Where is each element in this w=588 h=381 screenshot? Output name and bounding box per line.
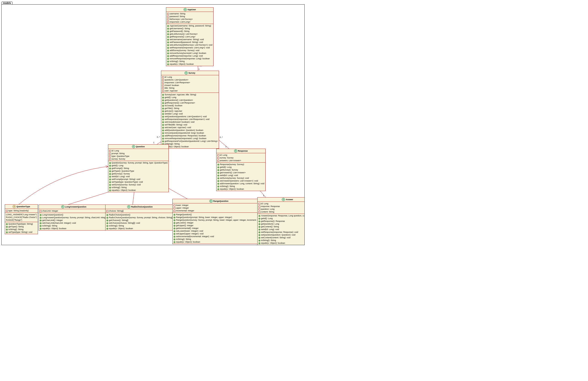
member-text: setUser(user: AppUser): void xyxy=(165,126,191,129)
methods-section: RadioChoiceQuestion()RadioChoiceQuestion… xyxy=(105,213,174,230)
method-bullet-icon xyxy=(167,36,169,38)
method-bullet-icon xyxy=(167,33,169,35)
member-row: listSurveys: List<Survey> xyxy=(167,18,212,20)
member-text: content: String xyxy=(261,211,274,213)
member-row: setResponses(responses: List<Long>): voi… xyxy=(167,46,212,49)
member-text: removeSurvey(surveyId: Long): boolean xyxy=(170,52,206,54)
member-row: toString(): String xyxy=(162,142,218,145)
method-bullet-icon xyxy=(173,222,175,224)
method-bullet-icon xyxy=(167,25,169,27)
class-QuestionType[interactable]: EQuestionType type: String {readonly} LO… xyxy=(5,204,38,234)
member-text: incremental: Integer xyxy=(176,210,194,212)
member-text: setListSurveys(listSurveys: List<Survey>… xyxy=(170,44,212,46)
class-Survey[interactable]: CSurvey id: Longquestions: List<Question… xyxy=(161,71,219,149)
method-bullet-icon xyxy=(258,234,260,236)
member-text: setSurvey(survey: Survey): void xyxy=(220,177,249,179)
member-row: setClosed(closed: boolean): void xyxy=(162,121,218,123)
method-bullet-icon xyxy=(40,220,42,221)
method-bullet-icon xyxy=(162,127,164,129)
member-row: equals(o: Object): boolean xyxy=(258,242,305,245)
class-header: CRangeQuestion xyxy=(173,199,265,203)
member-text: equals(o: Object): boolean xyxy=(176,241,200,243)
member-row: getType(): QuestionType xyxy=(109,170,168,172)
class-LongAnswerQuestion[interactable]: CLongAnswerQuestion charLimit: Integer L… xyxy=(39,205,109,230)
member-text: RangeQuestion(prompt: String, lower: Int… xyxy=(176,216,232,218)
member-row: AppUser(username: String, password: Stri… xyxy=(167,24,212,27)
class-name: RangeQuestion xyxy=(213,200,229,202)
class-Response[interactable]: CResponse id: Longsurvey: Surveyanswers:… xyxy=(216,149,266,191)
member-row: LongAnswerQuestion() xyxy=(40,213,108,216)
method-bullet-icon xyxy=(162,97,164,98)
field-bullet-icon xyxy=(258,211,260,213)
methods-section: Survey(user: AppUser, title: String)getI… xyxy=(161,93,219,149)
member-text: setCharLimit(charLimit: Integer): void xyxy=(42,222,76,224)
method-bullet-icon xyxy=(167,41,169,43)
class-name: RadioChoiceQuestion xyxy=(131,206,152,208)
member-text: LONG_ANSWER("Long Answer") xyxy=(6,213,37,216)
member-text: Response(survey: Survey) xyxy=(220,163,244,166)
member-text: upper: Integer xyxy=(176,207,189,209)
member-text: RANGE("Range") xyxy=(6,219,22,221)
member-row: getTitle(): String xyxy=(162,107,218,110)
member-row: question: Long xyxy=(258,208,305,210)
member-text: setUsername(username: String): void xyxy=(170,38,204,40)
member-row: getId(): Long xyxy=(217,166,264,169)
method-bullet-icon xyxy=(40,225,42,227)
member-text: toString(): String xyxy=(176,238,191,240)
class-Answer[interactable]: CAnswer id: Longresponse: Responsequesti… xyxy=(257,197,305,245)
member-text: setChoices(choices: String[]): void xyxy=(109,222,140,224)
methods-section: Answer(response: Response, Long question… xyxy=(258,214,305,245)
member-row: id: Long xyxy=(258,202,305,205)
multiplicity: 1 xyxy=(198,68,200,70)
member-text: setType(type: QuestionType): void xyxy=(112,181,143,183)
class-name: QuestionType xyxy=(17,206,30,208)
method-bullet-icon xyxy=(162,121,164,123)
methods-section: LongAnswerQuestion()LongAnswerQuestion(s… xyxy=(39,213,109,230)
member-text: type: String {readonly} xyxy=(8,210,29,212)
member-row: getListSurveys(): List<Survey> xyxy=(167,33,212,35)
member-row: equals(o: Object): boolean xyxy=(106,227,173,230)
member-text: equals(o: Object): boolean xyxy=(112,189,136,191)
field-bullet-icon xyxy=(106,210,108,212)
member-text: RangeQuestion() xyxy=(176,213,192,216)
method-bullet-icon xyxy=(109,187,111,189)
member-row: LONG_ANSWER("Long Answer") xyxy=(6,213,37,216)
method-bullet-icon xyxy=(109,168,111,170)
member-text: setResponses(responses: List<Response>):… xyxy=(165,118,210,120)
class-AppUser[interactable]: CAppUser username: Stringpassword: Strin… xyxy=(166,7,213,66)
method-bullet-icon xyxy=(173,219,175,221)
method-bullet-icon xyxy=(167,28,169,30)
member-text: survey: Survey xyxy=(220,157,234,159)
method-bullet-icon xyxy=(106,225,108,227)
member-row: removeQuestion(questionId: long): boolea… xyxy=(162,132,218,134)
multiplicity: 0..* xyxy=(157,136,160,138)
field-bullet-icon xyxy=(6,210,8,212)
member-text: setPrompt(prompt: String): void xyxy=(112,178,140,180)
method-bullet-icon xyxy=(6,223,8,225)
member-row: getResponse(): Response xyxy=(258,220,305,223)
class-RangeQuestion[interactable]: CRangeQuestion lower: Integerupper: Inte… xyxy=(172,199,265,244)
method-bullet-icon xyxy=(258,226,260,228)
member-text: getUser(): AppUser xyxy=(165,110,182,112)
method-bullet-icon xyxy=(109,181,111,183)
member-row: Question(survey: Survey, prompt: String,… xyxy=(109,161,168,164)
field-bullet-icon xyxy=(217,154,219,156)
field-bullet-icon xyxy=(173,205,175,206)
member-row: getLower(): Integer xyxy=(173,221,264,224)
class-RadioChoiceQuestion[interactable]: CRadioChoiceQuestion choices: String[] R… xyxy=(105,205,175,230)
method-bullet-icon xyxy=(162,102,164,104)
class-badge-icon: C xyxy=(184,8,187,11)
member-row: equals(o: Object): boolean xyxy=(167,63,212,65)
member-row: setId(id: Long): void xyxy=(258,228,305,231)
class-badge-icon: C xyxy=(185,71,188,75)
method-bullet-icon xyxy=(162,110,164,112)
member-row: getPassword(): String xyxy=(167,30,212,33)
member-text: getPassword(): String xyxy=(170,30,189,32)
member-row: setResponses(responses: List<Response>):… xyxy=(162,118,218,121)
multiplicity: 1 xyxy=(225,146,227,148)
method-bullet-icon xyxy=(106,222,108,224)
methods-section: Question(survey: Survey, prompt: String,… xyxy=(108,161,168,192)
class-Question[interactable]: CQuestion id: Longprompt: Stringtype: Qu… xyxy=(108,144,169,192)
member-row: addSurvey(survey: Survey): void xyxy=(167,49,212,52)
member-text: getContent(): String xyxy=(261,226,279,228)
